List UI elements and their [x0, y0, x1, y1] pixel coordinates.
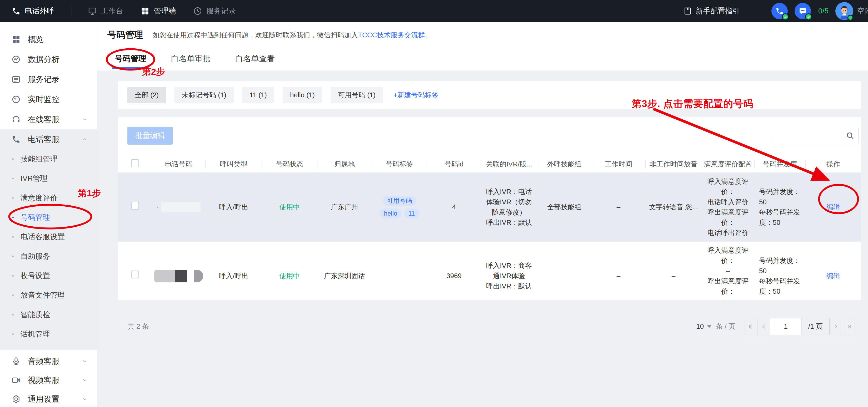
user-avatar[interactable] — [835, 2, 853, 20]
nav-admin[interactable]: 管理端 — [141, 6, 176, 16]
tab-whitelist-approval[interactable]: 白名单审批 — [170, 54, 212, 70]
tab-bar: 号码管理 白名单审批 白名单查看 — [107, 54, 276, 70]
online-check-badge — [782, 13, 789, 20]
col-number-id: 号码id — [427, 156, 481, 172]
related-ivr: 呼入IVR：商客 通IVR体验 呼出IVR：默认 — [481, 242, 537, 311]
next-page-button[interactable] — [830, 318, 842, 335]
phone-icon — [11, 7, 21, 15]
number-table-card: 批量编辑 电话号码 呼叫类型 号码状态 归属地 — [118, 117, 861, 300]
total-pages-label: /1 页 — [802, 318, 830, 335]
sidebar-item-ivr-mgmt[interactable]: IVR管理 — [0, 169, 97, 188]
col-related-ivr: 关联的IVR/版... — [481, 156, 537, 172]
sidebar: 概览 数据分析 服务记录 实时监控 在线客服 电话客服 技能组管理 IVR管理 — [0, 22, 97, 407]
tab-whitelist-view[interactable]: 白名单查看 — [234, 54, 276, 70]
concurrency: 号码并发度：50 每秒号码并发 度：50 — [754, 172, 805, 242]
sidebar-item-skill-group-mgmt[interactable]: 技能组管理 — [0, 149, 97, 169]
tab-number-mgmt[interactable]: 号码管理 — [114, 54, 147, 70]
chat-status-button[interactable] — [795, 3, 811, 19]
last-page-button[interactable] — [842, 318, 855, 335]
new-number-tag-link[interactable]: +新建号码标签 — [394, 91, 438, 100]
tag-pill: 11 — [404, 208, 419, 219]
sidebar-item-phone-service[interactable]: 电话客服 — [0, 129, 97, 149]
sidebar-item-video-service[interactable]: 视频客服 — [0, 371, 97, 389]
call-circle-icon — [775, 7, 784, 15]
prev-page-button[interactable] — [757, 318, 770, 335]
sidebar-label: 音频客服 — [28, 356, 60, 367]
filter-chip-11[interactable]: 11 (1) — [242, 87, 274, 103]
next-page-icon — [833, 324, 839, 330]
number-id: 3969 — [427, 242, 481, 311]
guide-label: 新手配置指引 — [695, 6, 740, 16]
sidebar-item-overview[interactable]: 概览 — [0, 29, 97, 49]
table-footer: 共 2 条 10 条 / 页 /1 页 — [118, 311, 861, 335]
pagination: 10 条 / 页 /1 页 — [696, 318, 855, 335]
nav-phone-outbound[interactable]: 电话外呼 — [11, 6, 54, 16]
phone-number-redacted — [152, 242, 205, 311]
sidebar-item-number-mgmt[interactable]: 号码管理 — [0, 208, 97, 227]
number-tags — [372, 242, 427, 311]
nav-service-records[interactable]: 服务记录 — [193, 6, 236, 16]
filter-chip-hello[interactable]: hello (1) — [283, 87, 322, 103]
status-badge: 使用中 — [262, 242, 317, 311]
sidebar-item-smart-qc[interactable]: 智能质检 — [0, 305, 97, 325]
sidebar-item-audio-service[interactable]: 音频客服 — [0, 352, 97, 371]
call-status-button[interactable] — [771, 3, 788, 19]
col-actions: 操作 — [805, 156, 861, 172]
filter-chip-all[interactable]: 全部 (2) — [127, 87, 166, 103]
sidebar-item-self-service[interactable]: 自助服务 — [0, 247, 97, 266]
row-checkbox[interactable] — [131, 271, 139, 278]
sidebar-label: 在线客服 — [28, 114, 60, 125]
sidebar-item-data-analysis[interactable]: 数据分析 — [0, 49, 97, 69]
sidebar-item-general-settings[interactable]: 通用设置 — [0, 389, 97, 407]
edit-link[interactable]: 编辑 — [827, 272, 840, 280]
chevron-down-icon — [82, 377, 88, 383]
numbers-table: 电话号码 呼叫类型 号码状态 归属地 号码标签 号码id 关联的IVR/版...… — [118, 156, 861, 311]
newbie-guide-link[interactable]: 新手配置指引 — [683, 6, 740, 16]
select-all-checkbox[interactable] — [131, 159, 139, 167]
headset-icon — [11, 115, 21, 124]
sidebar-item-online-service[interactable]: 在线客服 — [0, 109, 97, 129]
search-icon[interactable] — [846, 132, 854, 140]
work-time: – — [592, 242, 645, 311]
sidebar-item-service-records[interactable]: 服务记录 — [0, 69, 97, 90]
off-hours-audio: 文字转语音 您... — [645, 172, 702, 242]
table-row: 呼入/呼出 使用中 广东深圳固话 3969 呼入IVR：商客 通IVR体验 呼出… — [118, 242, 861, 311]
guide-book-icon — [683, 7, 692, 15]
sidebar-item-phone-settings[interactable]: 电话客服设置 — [0, 227, 97, 247]
edit-link[interactable]: 编辑 — [827, 203, 840, 211]
session-counter: 0/5 — [818, 7, 829, 15]
sidebar-item-satisfaction[interactable]: 满意度评价 — [0, 188, 97, 208]
page-input[interactable] — [770, 318, 802, 335]
top-navbar: 电话外呼 工作台 管理端 服务记录 新手配置指引 0/5 — [0, 0, 868, 22]
sidebar-item-phone-device-mgmt[interactable]: 话机管理 — [0, 325, 97, 344]
sidebar-item-realtime-monitor[interactable]: 实时监控 — [0, 90, 97, 109]
page-size-select[interactable]: 10 — [696, 323, 712, 331]
last-page-icon — [846, 324, 851, 330]
search-input[interactable] — [772, 128, 859, 143]
col-phone-number: 电话号码 — [152, 156, 205, 172]
batch-edit-button[interactable]: 批量编辑 — [127, 127, 173, 145]
main-content: 号码管理 如您在使用过程中遇到任何问题，欢迎随时联系我们，微信扫码加入TCCC技… — [97, 22, 868, 407]
phone-number-redacted — [152, 172, 205, 242]
phone-icon — [11, 135, 21, 144]
online-check-badge — [805, 13, 812, 20]
status-dot — [847, 15, 853, 21]
first-page-button[interactable] — [745, 318, 757, 335]
first-page-icon — [748, 324, 754, 330]
clock-icon — [193, 7, 202, 15]
col-call-type: 呼叫类型 — [205, 156, 262, 172]
nav-workbench[interactable]: 工作台 — [88, 6, 123, 16]
sidebar-item-audio-file-mgmt[interactable]: 放音文件管理 — [0, 285, 97, 305]
tag-pill: 可用号码 — [383, 196, 416, 206]
total-count: 共 2 条 — [128, 322, 149, 331]
satisfaction-config: 呼入满意度评价： 电话呼入评价 呼出满意度评价： 电话呼出评价 — [702, 172, 754, 242]
gauge-icon — [11, 95, 21, 104]
filter-chip-available[interactable]: 可用号码 (1) — [331, 87, 383, 103]
sidebar-item-number-collection[interactable]: 收号设置 — [0, 266, 97, 285]
call-type: 呼入/呼出 — [205, 172, 262, 242]
sidebar-label: 视频客服 — [28, 375, 60, 386]
row-checkbox[interactable] — [131, 202, 139, 209]
nav-label: 工作台 — [101, 6, 123, 16]
filter-chip-untagged[interactable]: 未标记号码 (1) — [175, 87, 234, 103]
tccc-group-link[interactable]: TCCC技术服务交流群。 — [358, 31, 432, 39]
